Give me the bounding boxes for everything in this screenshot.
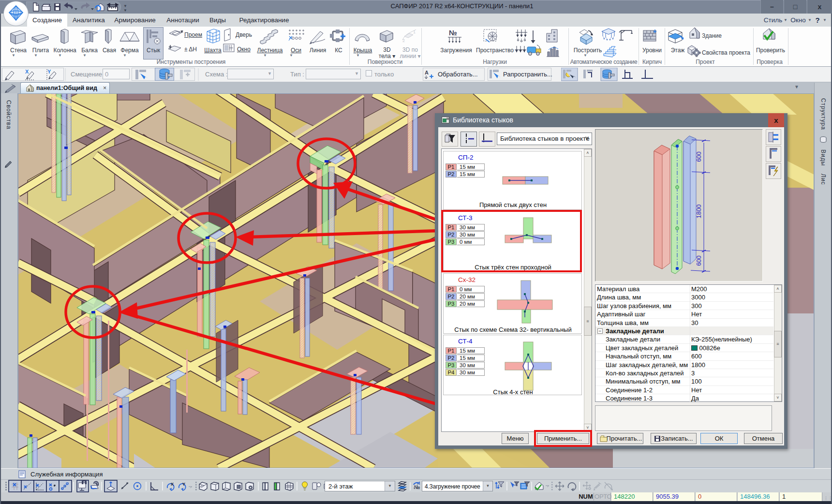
svg-text:1800: 1800 — [695, 205, 702, 219]
svg-text:X: X — [25, 69, 29, 74]
svg-text:Y: Y — [47, 69, 51, 74]
svg-text:A: A — [425, 70, 429, 75]
svg-text:№: № — [449, 29, 457, 37]
svg-text:600: 600 — [695, 151, 702, 162]
svg-text:Y: Y — [182, 482, 185, 487]
svg-text:1: 1 — [413, 30, 416, 34]
svg-text:600: 600 — [695, 255, 702, 266]
svg-text:2: 2 — [402, 38, 405, 43]
svg-text:X: X — [171, 482, 174, 487]
